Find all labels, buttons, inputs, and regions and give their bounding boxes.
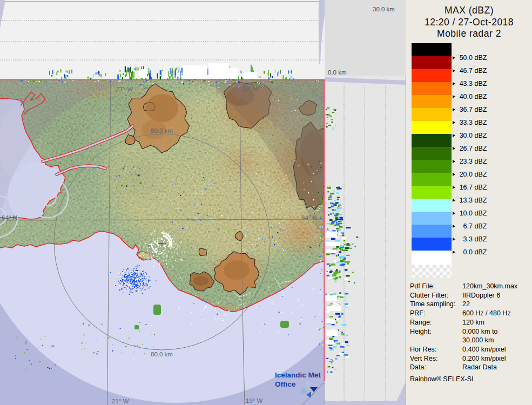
svg-text:21° W: 21° W xyxy=(112,398,129,404)
svg-text:64° N: 64° N xyxy=(2,214,17,221)
svg-text:21° W: 21° W xyxy=(116,86,133,92)
svg-text:80.0 km: 80.0 km xyxy=(151,127,173,134)
svg-text:64° N: 64° N xyxy=(301,214,317,221)
svg-text:Icelandic Met: Icelandic Met xyxy=(275,371,321,379)
svg-text:19° W: 19° W xyxy=(246,397,263,404)
svg-text:19° W: 19° W xyxy=(242,85,259,92)
svg-text:Office: Office xyxy=(275,380,296,388)
svg-text:80.0 km: 80.0 km xyxy=(151,351,173,357)
